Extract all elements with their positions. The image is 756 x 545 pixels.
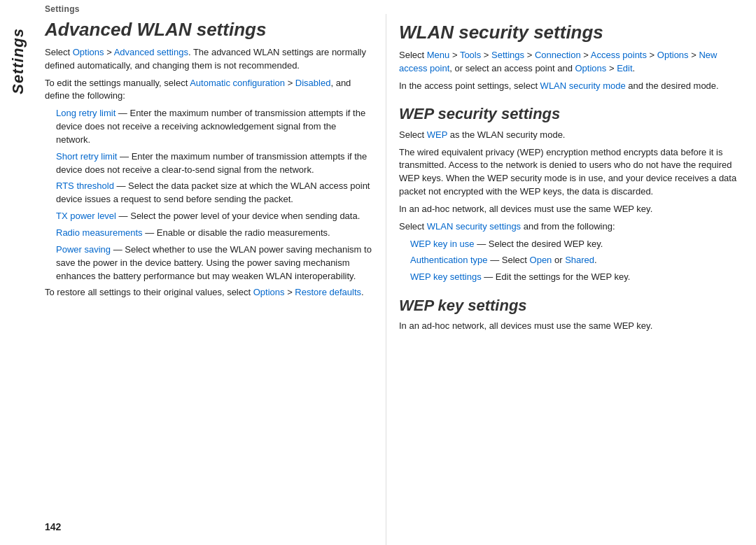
wep-key-settings-item: WEP key settings — Edit the settings for…	[410, 271, 743, 284]
radio-measurements-text: — Enable or disable the radio measuremen…	[143, 227, 330, 238]
long-retry-label: Long retry limit	[56, 108, 115, 118]
long-retry-item: Long retry limit — Enter the maximum num…	[56, 107, 373, 147]
shared-link[interactable]: Shared	[565, 255, 594, 265]
disabled-link[interactable]: Disabled	[295, 78, 331, 88]
sidebar: Settings	[0, 0, 36, 545]
wep-body2: In an ad-hoc network, all devices must u…	[399, 203, 743, 216]
settings-list: Long retry limit — Enter the maximum num…	[45, 107, 373, 283]
restore-end: .	[361, 287, 364, 297]
options-link[interactable]: Options	[73, 47, 104, 57]
rts-threshold-item: RTS threshold — Select the data packet s…	[56, 180, 373, 206]
radio-measurements-item: Radio measurements — Enable or disable t…	[56, 227, 373, 240]
authentication-type-item: Authentication type — Select Open or Sha…	[410, 254, 743, 267]
wep-body1: The wired equivalent privacy (WEP) encry…	[399, 146, 743, 199]
wlan-security-settings-link[interactable]: WLAN security settings	[427, 221, 521, 232]
advanced-wlan-title: Advanced WLAN settings	[45, 20, 373, 41]
wep-key-in-use-label: WEP key in use	[410, 239, 475, 249]
authentication-type-label: Authentication type	[410, 255, 488, 265]
manual-edit-text: To edit the settings manually, select	[45, 78, 190, 88]
connection-link[interactable]: Connection	[535, 50, 581, 60]
intro-select-text: Select	[45, 47, 73, 57]
wep-key-title: WEP key settings	[399, 297, 743, 314]
tx-power-item: TX power level — Select the power level …	[56, 210, 373, 223]
wep-link[interactable]: WEP	[427, 129, 447, 140]
short-retry-label: Short retry limit	[56, 151, 117, 162]
top-label: Settings	[36, 0, 756, 14]
wlan-security-intro: Select Menu > Tools > Settings > Connect…	[399, 49, 743, 76]
short-retry-item: Short retry limit — Enter the maximum nu…	[56, 150, 373, 177]
manual-edit-paragraph: To edit the settings manually, select Au…	[45, 77, 373, 104]
wlan-security-title: WLAN security settings	[399, 22, 743, 43]
wlan-security-section: WLAN security settings Select Menu > Too…	[399, 22, 743, 92]
restore-options-link[interactable]: Options	[253, 287, 285, 297]
wlan-security-mode-link[interactable]: WLAN security mode	[540, 80, 626, 91]
tools-link[interactable]: Tools	[460, 50, 481, 60]
sidebar-label: Settings	[9, 28, 27, 94]
wep-key-settings-label: WEP key settings	[410, 271, 482, 282]
radio-measurements-label: Radio measurements	[56, 227, 143, 238]
ap-options2-link[interactable]: Options	[575, 63, 606, 73]
restore-text: To restore all settings to their origina…	[45, 287, 253, 297]
wep-intro: Select WEP as the WLAN security mode.	[399, 129, 743, 142]
wep-items-list: WEP key in use — Select the desired WEP …	[399, 238, 743, 285]
ap-options-link[interactable]: Options	[657, 50, 689, 60]
left-column: Advanced WLAN settings Select Options > …	[36, 14, 386, 545]
columns: Advanced WLAN settings Select Options > …	[36, 14, 756, 545]
edit-link[interactable]: Edit	[617, 63, 632, 73]
wlan-select-text: Select	[399, 50, 427, 60]
power-saving-label: Power saving	[56, 244, 111, 255]
menu-link[interactable]: Menu	[427, 50, 450, 60]
wep-key-body: In an ad-hoc network, all devices must u…	[399, 320, 743, 333]
wlan-security-body: In the access point settings, select WLA…	[399, 80, 743, 93]
wep-security-section: WEP security settings Select WEP as the …	[399, 105, 743, 284]
access-points-link[interactable]: Access points	[591, 50, 647, 60]
power-saving-item: Power saving — Select whether to use the…	[56, 243, 373, 283]
right-column: WLAN security settings Select Menu > Too…	[386, 14, 756, 545]
page-number: 142	[36, 516, 69, 538]
open-link[interactable]: Open	[530, 255, 552, 265]
wlan-rest1: , or select an access point and	[449, 63, 575, 73]
intro-sep1: >	[104, 47, 114, 57]
rts-threshold-label: RTS threshold	[56, 181, 114, 191]
restore-sep: >	[285, 287, 295, 297]
tx-power-text: — Select the power level of your device …	[116, 211, 360, 221]
wep-security-title: WEP security settings	[399, 105, 743, 122]
settings-link[interactable]: Settings	[491, 50, 524, 60]
wep-key-in-use-item: WEP key in use — Select the desired WEP …	[410, 238, 743, 251]
wep-key-section: WEP key settings In an ad-hoc network, a…	[399, 297, 743, 333]
restore-paragraph: To restore all settings to their origina…	[45, 286, 373, 299]
tx-power-label: TX power level	[56, 211, 116, 221]
wep-body3: Select WLAN security settings and from t…	[399, 220, 743, 234]
main-content: Settings Advanced WLAN settings Select O…	[36, 0, 756, 545]
advanced-settings-link[interactable]: Advanced settings	[114, 47, 188, 57]
manual-sep: >	[285, 78, 295, 88]
restore-defaults-link[interactable]: Restore defaults	[295, 287, 361, 297]
intro-paragraph: Select Options > Advanced settings. The …	[45, 46, 373, 73]
automatic-config-link[interactable]: Automatic configuration	[190, 78, 285, 88]
